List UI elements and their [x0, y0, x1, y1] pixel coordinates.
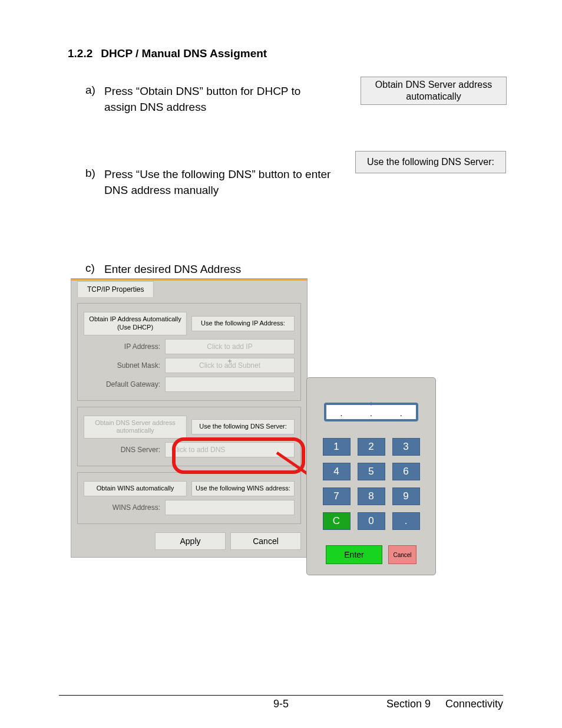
keypad-display-dot: .	[340, 409, 342, 418]
cancel-button[interactable]: Cancel	[230, 532, 301, 550]
list-marker-b: b)	[85, 167, 98, 198]
numeric-keypad: + . . . 1 2 3 4 5 6 7 8 9 C 0 . Enter Ca…	[306, 377, 436, 575]
wins-panel: Obtain WINS automatically Use the follow…	[77, 472, 301, 524]
dns-server-label: DNS Server:	[84, 446, 160, 454]
keypad-enter-button[interactable]: Enter	[326, 545, 382, 564]
list-text-b: Press “Use the following DNS” button to …	[104, 167, 333, 198]
use-dns-button-preview: Use the following DNS Server:	[355, 151, 506, 173]
list-text-a: Press “Obtain DNS” button for DHCP to as…	[104, 84, 333, 115]
section-title: DHCP / Manual DNS Assigment	[101, 47, 267, 60]
keypad-display-dot: .	[400, 409, 402, 418]
list-marker-a: a)	[85, 84, 98, 115]
keypad-5[interactable]: 5	[358, 463, 385, 480]
keypad-1[interactable]: 1	[323, 438, 351, 456]
keypad-cancel-button[interactable]: Cancel	[388, 545, 416, 564]
ip-address-label: IP Address:	[84, 342, 160, 351]
keypad-3[interactable]: 3	[392, 438, 420, 456]
keypad-display-dot: .	[370, 409, 372, 418]
subnet-mask-label: Subnet Mask:	[84, 361, 160, 370]
obtain-dns-button-preview: Obtain DNS Server address automatically	[361, 77, 507, 105]
caret-icon: +	[369, 400, 373, 408]
keypad-8[interactable]: 8	[358, 487, 385, 505]
obtain-dns-auto-button[interactable]: Obtain DNS Server address automatically	[84, 416, 187, 439]
tcpip-tab[interactable]: TCP/IP Properties	[77, 281, 154, 297]
keypad-dot[interactable]: .	[392, 512, 420, 530]
tcpip-properties-panel: TCP/IP Properties Obtain IP Address Auto…	[71, 278, 308, 558]
obtain-wins-auto-button[interactable]: Obtain WINS automatically	[84, 481, 187, 496]
dns-server-input[interactable]: Click to add DNS	[165, 442, 295, 457]
default-gateway-input[interactable]	[165, 377, 295, 392]
dns-panel: Obtain DNS Server address automatically …	[77, 407, 301, 467]
default-gateway-label: Default Gateway:	[84, 380, 160, 388]
use-following-wins-button[interactable]: Use the following WINS address:	[191, 481, 295, 496]
use-following-ip-button[interactable]: Use the following IP Address:	[191, 316, 295, 331]
keypad-display: + . . .	[324, 403, 418, 421]
list-text-c: Enter desired DNS Address	[104, 262, 241, 278]
keypad-6[interactable]: 6	[392, 463, 420, 480]
wins-address-input[interactable]	[165, 500, 295, 515]
ip-panel: Obtain IP Address Automatically (Use DHC…	[77, 303, 301, 401]
keypad-clear[interactable]: C	[323, 512, 351, 530]
obtain-dns-button-label: Obtain DNS Server address automatically	[368, 79, 499, 103]
page-number: 9-5	[59, 698, 503, 710]
apply-button[interactable]: Apply	[155, 532, 226, 550]
obtain-ip-auto-button[interactable]: Obtain IP Address Automatically (Use DHC…	[84, 312, 187, 335]
ip-address-input[interactable]: Click to add IP	[165, 339, 295, 354]
section-number: 1.2.2	[68, 47, 92, 60]
wins-address-label: WINS Address:	[84, 503, 160, 512]
page-footer: 9-5 Section 9 Connectivity	[59, 695, 503, 710]
use-following-dns-button[interactable]: Use the following DNS Server:	[191, 419, 295, 434]
keypad-2[interactable]: 2	[358, 438, 385, 456]
keypad-4[interactable]: 4	[323, 463, 351, 480]
use-dns-button-label: Use the following DNS Server:	[367, 156, 494, 168]
keypad-9[interactable]: 9	[392, 487, 420, 505]
list-marker-c: c)	[85, 262, 98, 278]
keypad-7[interactable]: 7	[323, 487, 351, 505]
keypad-0[interactable]: 0	[358, 512, 385, 530]
subnet-mask-input[interactable]: +Click to add Subnet	[165, 358, 295, 373]
